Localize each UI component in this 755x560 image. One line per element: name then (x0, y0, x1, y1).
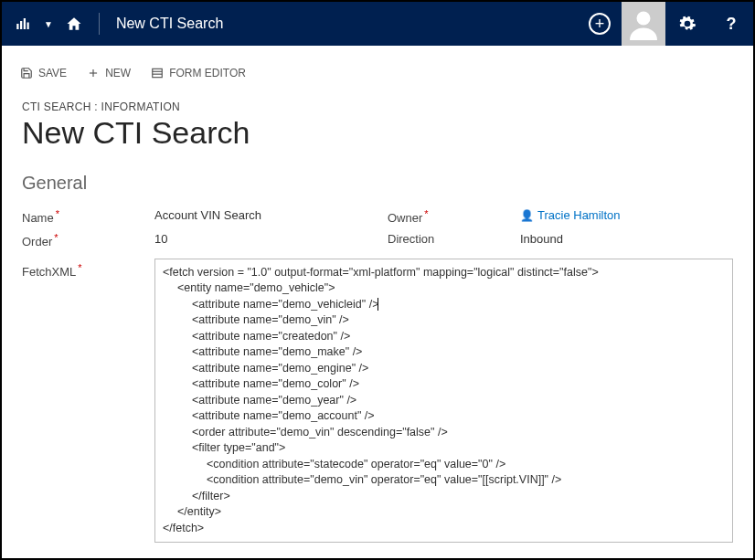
form-row-1: Name Account VIN Search Owner 👤Tracie Ha… (22, 205, 733, 228)
xml-line: </fetch> (163, 522, 204, 534)
new-label: NEW (105, 67, 131, 79)
record-heading: New CTI Search (22, 115, 733, 151)
form-editor-label: FORM EDITOR (169, 67, 246, 79)
fetchxml-field[interactable]: <fetch version = "1.0" output-format="xm… (154, 259, 733, 544)
svg-rect-2 (24, 18, 26, 29)
section-general: General (22, 173, 733, 194)
xml-line: </entity> (163, 504, 725, 521)
xml-line: <attribute name="demo_make" /> (163, 344, 725, 361)
xml-line: <attribute name="demo_account" /> (163, 408, 725, 425)
save-button[interactable]: SAVE (20, 67, 67, 79)
direction-value[interactable]: Inbound (520, 228, 733, 252)
avatar-icon (627, 7, 660, 40)
xml-line: <order attribute="demo_vin" descending="… (163, 425, 725, 441)
breadcrumb: CTI SEARCH : INFORMATION (22, 100, 733, 113)
xml-line: <condition attribute="demo_vin" operator… (163, 472, 725, 489)
new-button[interactable]: NEW (87, 67, 131, 79)
owner-label: Owner (388, 205, 520, 228)
help-button[interactable]: ? (709, 2, 753, 46)
plus-icon (87, 67, 100, 79)
chevron-down-icon[interactable]: ▼ (44, 19, 53, 29)
xml-line: <attribute name="demo_vehicleid" /> (163, 297, 725, 313)
order-value[interactable]: 10 (154, 228, 388, 252)
owner-link[interactable]: Tracie Hamilton (537, 208, 621, 222)
xml-line: <attribute name="demo_year" /> (163, 393, 725, 409)
nav-divider (99, 13, 100, 35)
app-logo-icon[interactable] (15, 16, 31, 32)
svg-point-4 (637, 12, 651, 26)
xml-line: <attribute name="createdon" /> (163, 329, 725, 345)
name-value[interactable]: Account VIN Search (154, 205, 388, 228)
name-label: Name (22, 205, 154, 228)
top-nav-right: + ? (578, 2, 753, 46)
gear-icon (678, 15, 697, 33)
xml-line: <entity name="demo_vehicle"> (163, 280, 725, 297)
save-label: SAVE (38, 67, 67, 79)
home-icon[interactable] (66, 16, 84, 32)
save-icon (20, 67, 33, 79)
form-editor-button[interactable]: FORM EDITOR (151, 67, 246, 79)
top-nav: ▼ New CTI Search + ? (2, 2, 753, 46)
xml-line: <filter type="and"> (163, 440, 725, 457)
order-label: Order (22, 228, 154, 252)
form-editor-icon (151, 67, 164, 79)
form-row-2: Order 10 Direction Inbound (22, 228, 733, 252)
person-icon: 👤 (520, 209, 534, 222)
command-bar: SAVE NEW FORM EDITOR (2, 55, 753, 91)
owner-value[interactable]: 👤Tracie Hamilton (520, 205, 733, 228)
direction-label: Direction (388, 228, 520, 252)
xml-line: <attribute name="demo_color" /> (163, 376, 725, 393)
fetchxml-row: FetchXML <fetch version = "1.0" output-f… (22, 259, 733, 544)
user-avatar[interactable] (622, 2, 665, 46)
svg-rect-1 (20, 21, 22, 29)
plus-circle-icon: + (589, 13, 611, 35)
svg-rect-3 (27, 23, 29, 30)
svg-rect-0 (16, 24, 18, 29)
top-nav-left: ▼ New CTI Search (2, 13, 223, 35)
text-cursor (378, 298, 378, 311)
help-icon: ? (727, 15, 737, 34)
xml-line: <attribute name="demo_vin" /> (163, 312, 725, 329)
fetchxml-label: FetchXML (22, 259, 154, 544)
main-content: CTI SEARCH : INFORMATION New CTI Search … (2, 91, 753, 560)
add-button[interactable]: + (578, 2, 622, 46)
page-title: New CTI Search (116, 16, 223, 32)
svg-rect-7 (153, 69, 163, 77)
settings-button[interactable] (665, 2, 709, 46)
xml-line: <fetch version = "1.0" output-format="xm… (163, 266, 599, 279)
xml-line: <attribute name="demo_engine" /> (163, 361, 725, 377)
xml-line: <condition attribute="statecode" operato… (163, 457, 725, 473)
xml-line: </filter> (163, 489, 725, 505)
